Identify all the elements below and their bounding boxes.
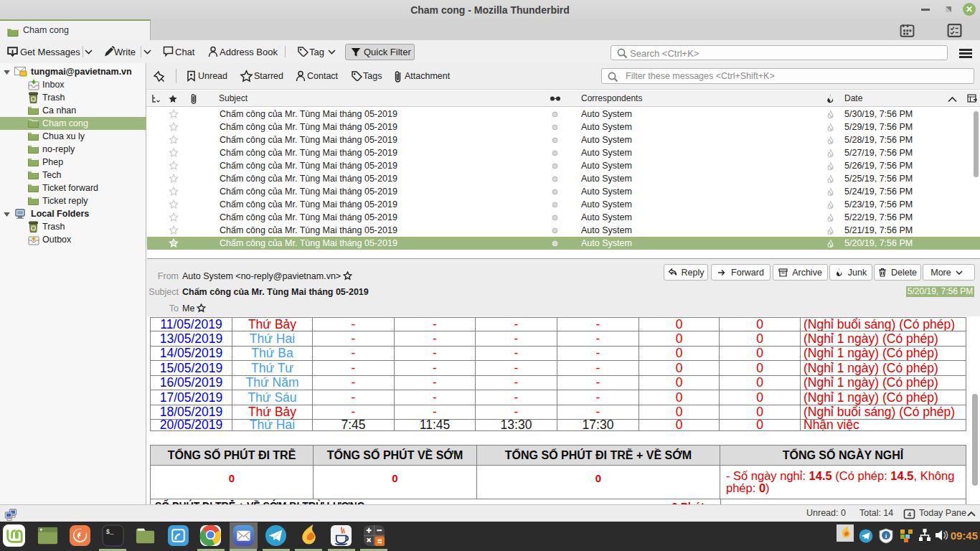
svg-text:$_: $_ — [105, 529, 113, 536]
svg-text:4: 4 — [908, 511, 911, 518]
